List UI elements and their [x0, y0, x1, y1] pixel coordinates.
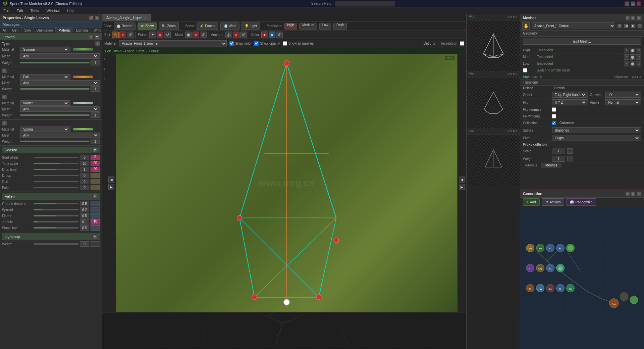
type-close[interactable]: ×	[95, 41, 100, 46]
flip-value[interactable]: X Y Z	[552, 99, 588, 105]
zoom-button[interactable]: 🔍 Zoom	[159, 22, 179, 30]
node-graph[interactable]: SF NB BL BL RT Cap BL	[520, 207, 644, 349]
mask-btn-2[interactable]: ×	[193, 32, 199, 38]
ripple-select[interactable]: Normal	[607, 100, 640, 105]
leaves-expand[interactable]: +	[89, 35, 94, 39]
switch-simple-checkbox[interactable]	[523, 68, 527, 72]
tab-material[interactable]: Material	[56, 28, 73, 33]
gen-float-btn[interactable]: □	[631, 191, 636, 196]
menu-tools[interactable]: Tools	[29, 9, 41, 13]
material-value-summer[interactable]: Summer	[20, 47, 70, 52]
slope-input[interactable]	[80, 225, 89, 231]
embed-med-btn3[interactable]: □	[636, 54, 641, 60]
season-expand[interactable]: ▼	[93, 148, 97, 152]
material-value-spring[interactable]: Spring	[20, 127, 70, 132]
edit-btn-3[interactable]: ↺	[127, 32, 133, 38]
mesh-name-select[interactable]: Acacia_Front_1 Cutout	[532, 22, 615, 29]
edit-btn-1[interactable]: ↖	[112, 32, 119, 38]
mesh-select-winter[interactable]: Any	[22, 107, 98, 111]
proxy-scale-input[interactable]	[552, 148, 565, 154]
show-all-meshes-check[interactable]: Show all meshes	[283, 41, 314, 46]
collection-checkbox[interactable]	[552, 121, 556, 125]
embed-high-btn3[interactable]: □	[636, 48, 641, 53]
embed-high-btn2[interactable]: ⬤	[630, 48, 635, 53]
weight-slider-spring[interactable]	[20, 139, 100, 144]
ripple-value[interactable]: Normal	[605, 99, 642, 105]
proxy-weight-input[interactable]	[552, 156, 565, 162]
orient-value[interactable]: Z-Up Right-handed	[552, 92, 588, 98]
bottom-canvas[interactable]: Cost to calculate: 341.61 ms (draw to dr…	[102, 312, 466, 349]
material-value-fall[interactable]: Fall	[20, 74, 70, 80]
jumble-input[interactable]	[80, 219, 89, 225]
show-all-meshes-checkbox[interactable]	[283, 41, 287, 46]
render-button[interactable]: ⬤ Render	[114, 22, 136, 30]
start-offset-input[interactable]	[80, 155, 89, 160]
mesh-value-spring[interactable]: Any	[20, 133, 100, 138]
material-select-winter[interactable]: Winter	[22, 101, 69, 105]
maximize-button[interactable]: □	[631, 1, 635, 6]
tab-wind[interactable]: Wind	[91, 28, 102, 33]
weight-input-fall[interactable]	[91, 86, 100, 92]
res-medium[interactable]: Medium	[299, 23, 317, 30]
search-input[interactable]	[335, 1, 395, 6]
res-draft[interactable]: Draft	[333, 23, 347, 30]
mesh-canvas-med[interactable]	[467, 78, 520, 128]
spread-input[interactable]	[80, 207, 89, 212]
show-opacity-check[interactable]: Show opacity	[254, 41, 280, 46]
color-btn-3[interactable]: ↺	[276, 32, 283, 38]
flip-select[interactable]: X Y Z	[553, 100, 586, 105]
show-button[interactable]: 👁 Show	[138, 22, 157, 30]
points-btn-1[interactable]: ✦	[149, 32, 156, 38]
add-button[interactable]: + Add	[523, 198, 540, 206]
hand-icon[interactable]: ✋	[522, 22, 530, 30]
menu-help[interactable]: Help	[66, 9, 76, 13]
doc-tab-main[interactable]: Acacia_Jungle_1.spm ×	[102, 14, 151, 21]
weight-input-summer[interactable]	[91, 60, 100, 65]
wind-button[interactable]: 💨 Wind	[220, 22, 239, 30]
show-color-checkbox[interactable]	[229, 41, 234, 46]
meshes-expand-btn[interactable]: ⤢	[625, 15, 630, 20]
tess-checkbox[interactable]	[460, 41, 464, 46]
tab-meshes[interactable]: Meshes	[541, 163, 561, 168]
weight-slider-winter[interactable]	[20, 112, 100, 118]
mesh-next-btn[interactable]: ▶	[631, 23, 635, 28]
tab-all[interactable]: All	[0, 28, 9, 33]
res-low[interactable]: Low	[319, 23, 331, 30]
tab-gen[interactable]: Gen	[9, 28, 21, 33]
material-select-spring[interactable]: Spring	[22, 127, 69, 132]
points-btn-3[interactable]: ↺	[164, 32, 171, 38]
embed-low-btn2[interactable]: ⬤	[630, 61, 635, 66]
mesh-select-summer[interactable]: Any	[22, 54, 98, 58]
proxy-weight-btn[interactable]: ⋯	[567, 156, 573, 161]
color-btn-2[interactable]: ■	[269, 32, 275, 38]
weight-input-winter[interactable]	[91, 112, 100, 118]
leaves-collapse[interactable]: ▼	[95, 35, 99, 39]
weight-input-spring[interactable]	[91, 139, 100, 144]
show-opacity-checkbox[interactable]	[254, 41, 259, 46]
anchors-btn-3[interactable]: ↺	[240, 32, 247, 38]
minimize-button[interactable]: ─	[625, 1, 629, 6]
mask-btn-3[interactable]: ↺	[200, 32, 207, 38]
fix-winding-checkbox[interactable]	[552, 114, 556, 118]
left-panel-pin[interactable]: 📌	[89, 15, 94, 20]
flip-normals-checkbox[interactable]	[552, 107, 556, 112]
embed-high-btn1[interactable]: ↗	[624, 48, 629, 53]
time-scale-input[interactable]	[80, 161, 89, 166]
weight-slider-fall[interactable]	[20, 86, 100, 92]
tab-orientation[interactable]: Orientation	[34, 28, 56, 33]
light-button[interactable]: 💡 Light	[241, 22, 260, 30]
points-btn-2[interactable]: ×	[157, 32, 163, 38]
mesh-value-winter[interactable]: Any	[20, 106, 100, 112]
embed-med-btn2[interactable]: ⬤	[630, 54, 635, 60]
spines-value[interactable]: Branches	[552, 127, 641, 133]
winter-close[interactable]: ×	[2, 95, 7, 99]
mesh-prev-btn[interactable]: ◀	[624, 23, 629, 28]
fall-close[interactable]: ×	[2, 68, 7, 73]
mesh-canvas-high[interactable]	[467, 20, 520, 71]
tab-skin[interactable]: Skin	[21, 28, 34, 33]
weight-slider-summer[interactable]	[20, 60, 100, 65]
left-panel-close[interactable]: ×	[95, 15, 99, 20]
fold-input[interactable]	[80, 185, 89, 190]
lightmap-weight-input[interactable]	[80, 241, 89, 247]
nav-left-down[interactable]: ▶	[108, 184, 114, 190]
